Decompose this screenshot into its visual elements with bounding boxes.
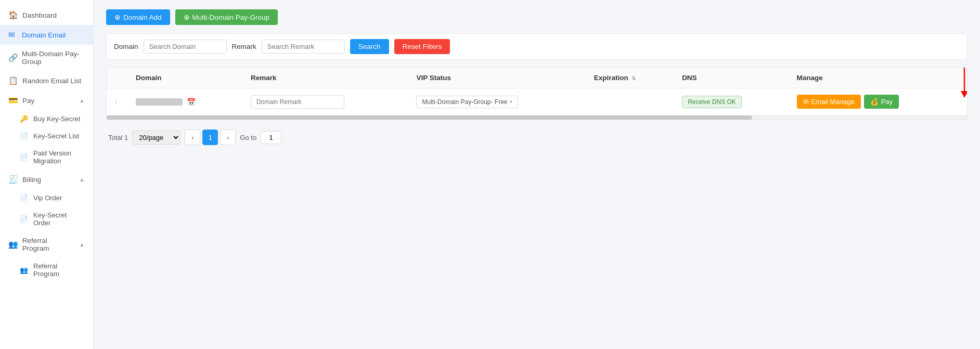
dns-status-badge: Receive DNS OK <box>682 96 742 108</box>
reset-filters-button[interactable]: Reset Filters <box>394 39 450 54</box>
search-remark-input[interactable] <box>262 40 345 54</box>
prev-icon: ‹ <box>191 134 194 141</box>
sidebar-group-billing[interactable]: 🧾 Billing ▲ <box>0 170 93 189</box>
sidebar-group-pay[interactable]: 💳 Pay ▲ <box>0 91 93 110</box>
pay-icon-btn: 💰 <box>870 98 879 106</box>
search-label: Search <box>358 43 381 50</box>
table-row: › 📅 Multi-Domain Pay-Group- Free <box>107 88 967 115</box>
sidebar-item-buy-key-secret[interactable]: 🔑 Buy Key-Secret <box>0 110 93 127</box>
chevron-down-icon: ▲ <box>79 97 85 104</box>
next-icon: › <box>227 134 229 141</box>
email-manage-button[interactable]: ✉ Email Manage <box>797 95 861 109</box>
table-header-row: Domain Remark VIP Status Expiration ⇅ DN… <box>107 68 967 88</box>
referral-icon: 👥 <box>8 240 18 249</box>
sidebar-item-label: Dashboard <box>22 11 57 19</box>
svg-marker-1 <box>961 91 968 98</box>
page-size-select[interactable]: 20/page 10/page 50/page 100/page <box>132 131 180 145</box>
doc-icon: 📄 <box>20 132 29 140</box>
sidebar-item-vip-order[interactable]: 📄 Vip Order <box>0 189 93 206</box>
col-remark: Remark <box>242 68 408 88</box>
search-domain-input[interactable] <box>144 40 227 54</box>
domain-table-container: Domain Remark VIP Status Expiration ⇅ DN… <box>106 67 968 120</box>
reset-label: Reset Filters <box>403 43 442 50</box>
migrate-icon: 📄 <box>20 153 29 161</box>
remark-input[interactable] <box>251 95 344 109</box>
next-page-button[interactable]: › <box>220 130 236 145</box>
sidebar-group-billing-label: Billing <box>22 176 41 184</box>
expand-cell[interactable]: › <box>107 88 127 115</box>
sidebar-group-referral[interactable]: 👥 Referral Program ▲ <box>0 231 93 257</box>
sidebar-sub-label: Paid Version Migration <box>33 149 85 165</box>
sidebar-item-referral-program[interactable]: 👥 Referral Program <box>0 257 93 282</box>
link-icon: 🔗 <box>8 53 18 62</box>
sidebar-item-key-secret-list[interactable]: 📄 Key-Secret List <box>0 127 93 145</box>
sidebar-item-label: Random Email List <box>22 77 81 85</box>
domain-table: Domain Remark VIP Status Expiration ⇅ DN… <box>107 68 967 115</box>
plus-icon: ⊕ <box>114 13 121 21</box>
col-expiration[interactable]: Expiration ⇅ <box>586 68 674 88</box>
col-dns: DNS <box>674 68 788 88</box>
sidebar-item-key-secret-order[interactable]: 📄 Key-Secret Order <box>0 206 93 231</box>
domain-cell: 📅 <box>127 88 242 115</box>
vip-status-badge[interactable]: Multi-Domain Pay-Group- Free <box>416 96 518 108</box>
ref-sub-icon: 👥 <box>20 266 29 274</box>
sidebar-item-domain-email[interactable]: ✉ Domain Email <box>0 25 93 45</box>
domain-add-label: Domain Add <box>123 14 162 21</box>
remark-cell <box>242 88 408 115</box>
chevron-up-icon: ▲ <box>79 176 85 183</box>
page-nav: ‹ 1 › <box>185 130 236 145</box>
col-vip-status: VIP Status <box>408 68 585 88</box>
sidebar-group-referral-label: Referral Program <box>22 237 75 252</box>
sidebar-item-multi-domain[interactable]: 🔗 Multi-Domain Pay-Group <box>0 45 93 71</box>
dns-cell: Receive DNS OK <box>674 88 788 115</box>
expiration-cell <box>586 88 674 115</box>
calendar-icon[interactable]: 📅 <box>187 98 196 106</box>
top-actions: ⊕ Domain Add ⊕ Multi-Domain Pay-Group <box>106 9 968 25</box>
multi-plus-icon: ⊕ <box>184 13 190 21</box>
sidebar-sub-label: Vip Order <box>33 194 62 202</box>
pagination-total: Total 1 <box>108 134 128 141</box>
pay-icon: 💳 <box>8 96 18 105</box>
sidebar: 🏠 Dashboard ✉ Domain Email 🔗 Multi-Domai… <box>0 0 94 349</box>
goto-input[interactable] <box>261 131 281 144</box>
scrollbar-thumb[interactable] <box>107 115 752 120</box>
expand-icon[interactable]: › <box>115 98 117 106</box>
email-icon: ✉ <box>803 98 809 106</box>
sidebar-item-label: Multi-Domain Pay-Group <box>22 50 85 66</box>
remark-filter-label: Remark <box>232 43 256 50</box>
col-expand <box>107 68 127 88</box>
mail-icon: ✉ <box>8 30 18 40</box>
col-manage: Manage <box>789 68 967 88</box>
domain-add-button[interactable]: ⊕ Domain Add <box>106 9 170 25</box>
col-domain: Domain <box>127 68 242 88</box>
vip-status-cell: Multi-Domain Pay-Group- Free <box>408 88 585 115</box>
sidebar-item-random-email[interactable]: 📋 Random Email List <box>0 71 93 91</box>
chevron-up-icon-ref: ▲ <box>79 241 85 248</box>
billing-icon: 🧾 <box>8 175 18 184</box>
sidebar-item-dashboard[interactable]: 🏠 Dashboard <box>0 5 93 25</box>
key-icon: 🔑 <box>20 115 29 123</box>
manage-cell: ✉ Email Manage 💰 Pay <box>789 88 967 115</box>
prev-page-button[interactable]: ‹ <box>185 130 200 145</box>
pay-button[interactable]: 💰 Pay <box>864 95 899 109</box>
sidebar-item-label: Domain Email <box>22 31 66 39</box>
sidebar-item-paid-version-migration[interactable]: 📄 Paid Version Migration <box>0 145 93 170</box>
domain-value-blurred <box>136 98 183 106</box>
sidebar-sub-label: Referral Program <box>33 262 85 278</box>
main-content: ⊕ Domain Add ⊕ Multi-Domain Pay-Group Do… <box>94 0 980 349</box>
pay-label: Pay <box>881 98 893 106</box>
list-icon: 📋 <box>8 76 18 85</box>
sidebar-sub-label: Buy Key-Secret <box>33 115 80 123</box>
order-icon: 📄 <box>20 194 29 202</box>
page-1-button[interactable]: 1 <box>202 130 218 145</box>
domain-filter-label: Domain <box>114 43 138 50</box>
filter-bar: Domain Remark Search Reset Filters <box>106 33 968 60</box>
order-key-icon: 📄 <box>20 215 29 223</box>
search-button[interactable]: Search <box>350 39 389 54</box>
table-scrollbar[interactable] <box>107 115 967 120</box>
multi-domain-button[interactable]: ⊕ Multi-Domain Pay-Group <box>175 9 278 25</box>
sidebar-sub-label: Key-Secret Order <box>33 211 85 227</box>
home-icon: 🏠 <box>8 10 18 20</box>
sidebar-group-pay-label: Pay <box>22 97 34 105</box>
page-1-label: 1 <box>209 134 212 141</box>
